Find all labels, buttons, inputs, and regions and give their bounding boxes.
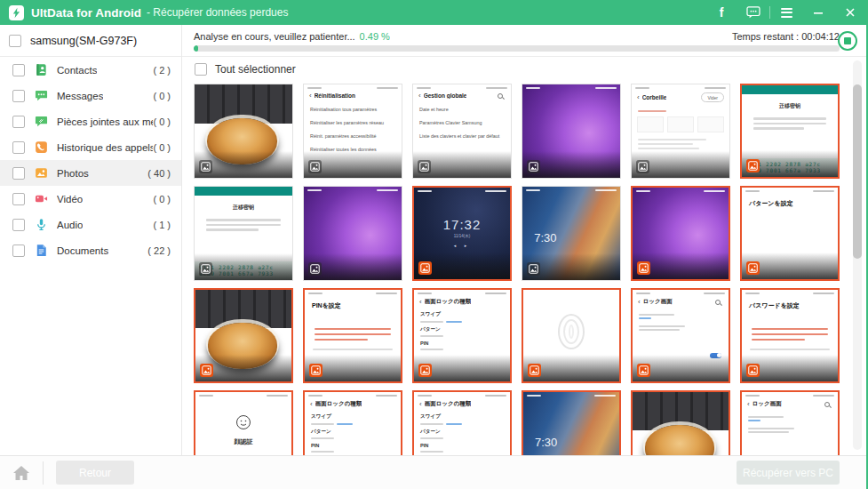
time-remaining: Temps restant : 00:04:12 bbox=[732, 31, 840, 42]
attachments-icon bbox=[35, 115, 48, 128]
minimize-button[interactable] bbox=[802, 0, 834, 25]
progress-bar bbox=[194, 45, 840, 52]
photo-grid: ‹RéinitialisationRéinitialisation tous p… bbox=[194, 84, 840, 455]
sidebar-item-photos[interactable]: Photos( 40 ) bbox=[0, 160, 181, 186]
app-logo-icon bbox=[9, 5, 24, 20]
photo-type-badge-icon bbox=[746, 261, 760, 275]
photo-thumbnail[interactable]: ‹ロック画面 bbox=[631, 288, 730, 383]
category-count: ( 1 ) bbox=[153, 220, 171, 230]
scan-percent: 0.49 % bbox=[360, 31, 390, 42]
photo-thumbnail[interactable]: 7:30 bbox=[522, 390, 621, 455]
photo-thumbnail[interactable] bbox=[522, 84, 621, 179]
category-count: ( 40 ) bbox=[147, 168, 171, 179]
category-count: ( 2 ) bbox=[153, 65, 171, 76]
photo-thumbnail[interactable]: ‹ロック画面 bbox=[740, 390, 840, 455]
photo-thumbnail[interactable]: 迁移密钥9101 2202 2878 a27caca9 7001 667a 79… bbox=[194, 186, 293, 281]
category-label: Pièces jointes aux mes... bbox=[57, 116, 153, 127]
category-label: Photos bbox=[57, 168, 89, 179]
sidebar-item-video[interactable]: Vidéo( 0 ) bbox=[0, 186, 181, 212]
photo-thumbnail[interactable]: 顔認証 bbox=[194, 390, 293, 455]
photo-type-badge-icon bbox=[528, 364, 541, 377]
device-row: samsung(SM-G973F) bbox=[0, 25, 181, 57]
stop-scan-button[interactable] bbox=[838, 31, 857, 51]
category-count: ( 0 ) bbox=[153, 142, 171, 153]
contacts-icon bbox=[35, 63, 48, 76]
photo-thumbnail[interactable]: PINを設定 bbox=[303, 288, 402, 383]
photo-type-badge-icon bbox=[308, 160, 322, 173]
back-button[interactable]: Retour bbox=[56, 461, 134, 485]
scan-status-text: Analyse en cours, veuillez patienter... bbox=[194, 31, 355, 42]
documents-icon bbox=[35, 244, 48, 257]
category-checkbox[interactable] bbox=[12, 141, 25, 154]
sidebar-item-audio[interactable]: Audio( 1 ) bbox=[0, 212, 181, 237]
photo-thumbnail[interactable]: パターンを設定 bbox=[740, 186, 840, 281]
photo-thumbnail[interactable]: 17:3211/14(木)◂ ▸ bbox=[412, 186, 512, 281]
category-checkbox[interactable] bbox=[12, 219, 25, 231]
photo-type-badge-icon bbox=[636, 160, 649, 173]
vertical-scrollbar[interactable] bbox=[853, 84, 862, 259]
category-checkbox[interactable] bbox=[12, 167, 25, 180]
photo-thumbnail[interactable]: ‹CorbeilleVider bbox=[631, 84, 730, 179]
photo-thumbnail[interactable] bbox=[194, 84, 293, 179]
sidebar-item-call-history[interactable]: Historique des appels( 0 ) bbox=[0, 134, 181, 160]
category-list: Contacts( 2 )Messages( 0 )Pièces jointes… bbox=[0, 57, 181, 263]
photo-thumbnail[interactable]: ‹Gestion globaleDate et heureParamètres … bbox=[412, 84, 512, 179]
device-name: samsung(SM-G973F) bbox=[30, 35, 137, 47]
photo-type-badge-icon bbox=[527, 262, 540, 276]
photo-thumbnail[interactable]: ‹RéinitialisationRéinitialisation tous p… bbox=[303, 84, 402, 179]
content-area: Analyse en cours, veuillez patienter... … bbox=[182, 25, 866, 455]
photo-thumbnail[interactable]: 7:30 bbox=[522, 186, 621, 281]
messages-icon bbox=[35, 89, 48, 102]
photo-type-badge-icon bbox=[200, 364, 213, 377]
category-checkbox[interactable] bbox=[12, 64, 25, 76]
main-area: samsung(SM-G973F) Contacts( 2 )Messages(… bbox=[0, 25, 866, 455]
photos-icon bbox=[35, 166, 48, 180]
photo-thumbnail[interactable] bbox=[303, 186, 402, 281]
home-button[interactable] bbox=[12, 465, 30, 481]
photo-type-badge-icon bbox=[418, 160, 431, 173]
photo-type-badge-icon bbox=[418, 364, 432, 377]
titlebar-icons: f bbox=[705, 0, 866, 25]
photo-thumbnail[interactable] bbox=[631, 186, 730, 281]
scan-status-bar: Analyse en cours, veuillez patienter... … bbox=[182, 25, 866, 57]
photo-type-badge-icon bbox=[309, 364, 323, 377]
category-checkbox[interactable] bbox=[12, 116, 25, 128]
sidebar-item-documents[interactable]: Documents( 22 ) bbox=[0, 237, 181, 263]
photo-thumbnail[interactable]: 迁移密钥9101 2202 2878 a27caca9 7001 667a 79… bbox=[740, 84, 840, 179]
sidebar-item-attachments[interactable]: Pièces jointes aux mes...( 0 ) bbox=[0, 108, 181, 134]
sidebar-item-contacts[interactable]: Contacts( 2 ) bbox=[0, 57, 181, 83]
page-title: - Récupérer données perdues bbox=[147, 6, 288, 19]
photo-thumbnail[interactable] bbox=[522, 288, 621, 383]
select-all-row: Tout sélectionner bbox=[182, 57, 866, 82]
category-checkbox[interactable] bbox=[12, 90, 25, 102]
select-all-checkbox[interactable] bbox=[195, 63, 207, 76]
photo-type-badge-icon bbox=[199, 160, 212, 173]
photo-thumbnail[interactable]: ‹画面ロックの種類スワイプパターンPIN bbox=[412, 390, 512, 455]
close-button[interactable] bbox=[834, 0, 866, 25]
photo-thumbnail[interactable] bbox=[194, 288, 293, 383]
category-label: Documents bbox=[57, 245, 108, 256]
category-count: ( 0 ) bbox=[153, 116, 171, 127]
photo-type-badge-icon bbox=[527, 160, 540, 173]
progress-fill bbox=[194, 45, 198, 52]
category-checkbox[interactable] bbox=[12, 244, 25, 257]
category-count: ( 0 ) bbox=[153, 91, 171, 101]
footer-bar: Retour Récupérer vers PC bbox=[0, 455, 866, 489]
sidebar-item-messages[interactable]: Messages( 0 ) bbox=[0, 83, 181, 108]
photo-thumbnail[interactable]: パスワードを設定 bbox=[740, 288, 840, 383]
photo-thumbnail[interactable]: ‹画面ロックの種類スワイプパターンPIN bbox=[303, 390, 402, 455]
photo-type-badge-icon bbox=[637, 261, 650, 275]
photo-thumbnail[interactable]: ‹画面ロックの種類スワイプパターンPIN bbox=[412, 288, 512, 383]
category-label: Historique des appels bbox=[57, 142, 153, 153]
menu-icon[interactable] bbox=[770, 0, 802, 25]
category-label: Vidéo bbox=[57, 194, 83, 204]
photo-type-badge-icon bbox=[637, 364, 650, 377]
device-checkbox[interactable] bbox=[9, 35, 21, 47]
app-window: UltData for Android - Récupérer données … bbox=[0, 0, 868, 489]
facebook-icon[interactable]: f bbox=[705, 0, 737, 25]
category-count: ( 22 ) bbox=[147, 245, 171, 256]
recover-to-pc-button[interactable]: Récupérer vers PC bbox=[737, 461, 840, 485]
feedback-icon[interactable] bbox=[737, 0, 769, 25]
photo-thumbnail[interactable] bbox=[631, 390, 730, 455]
category-checkbox[interactable] bbox=[12, 193, 25, 205]
